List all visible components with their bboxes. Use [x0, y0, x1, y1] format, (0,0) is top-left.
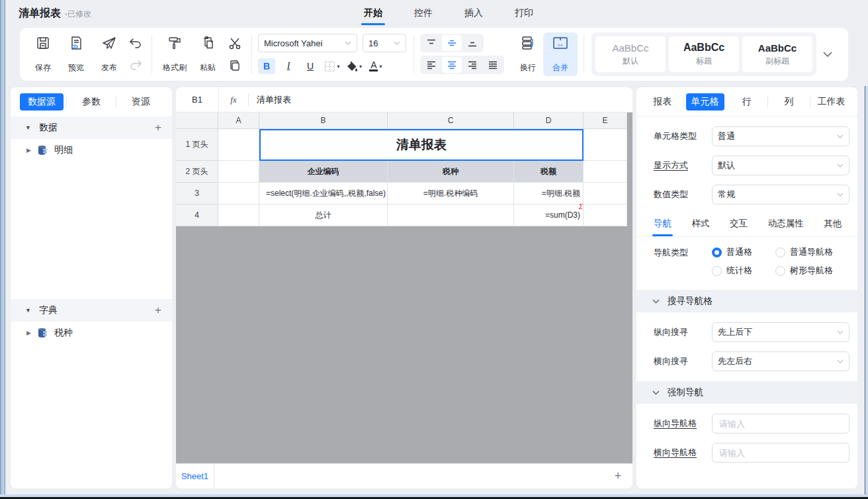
style-preset-title[interactable]: AaBbCc 标题	[669, 36, 739, 72]
radio-normal-cell[interactable]: 普通格	[712, 246, 775, 258]
column-header-a[interactable]: A	[218, 113, 259, 129]
cell-e1[interactable]	[584, 129, 627, 161]
menu-tab-controls[interactable]: 控件	[413, 7, 434, 19]
save-button[interactable]: 保存	[26, 32, 60, 76]
inspector-tab-cell[interactable]: 单元格	[684, 93, 726, 111]
menu-tab-insert[interactable]: 插入	[463, 7, 484, 19]
radio-tree-nav-cell[interactable]: 树形导航格	[775, 265, 833, 277]
number-type-select[interactable]: 常规	[712, 185, 849, 204]
grid-canvas[interactable]: A B C D E 1 页头 清单报表 2 页头 企业编码 税种 税额	[176, 113, 632, 463]
cell-a1[interactable]	[218, 129, 259, 161]
cell-e2[interactable]	[584, 161, 627, 183]
inspector-tab-worksheet[interactable]: 工作表	[810, 96, 852, 108]
column-header-c[interactable]: C	[388, 113, 514, 129]
cell-b3[interactable]: =select(明细.企业编码,,税额,false) ↓	[259, 183, 388, 204]
horizontal-search-select[interactable]: 先左后右	[712, 351, 849, 371]
inspector-tab-row[interactable]: 行	[726, 96, 767, 108]
cell-e4[interactable]	[584, 204, 627, 226]
row-header-4[interactable]: 4	[176, 204, 218, 226]
chevron-down-icon	[823, 52, 832, 57]
font-color-button[interactable]: A ▾	[367, 58, 384, 74]
row-header-1[interactable]: 1 页头	[176, 129, 218, 161]
radio-stat-cell[interactable]: 统计格	[712, 265, 775, 277]
subtab-dynamic-props[interactable]: 动态属性	[768, 218, 804, 230]
style-gallery-expand-button[interactable]	[816, 32, 839, 76]
cell-c2[interactable]: 税种	[388, 161, 514, 183]
radio-normal-nav-cell[interactable]: 普通导航格	[775, 246, 833, 258]
cut-icon[interactable]	[228, 37, 241, 50]
column-header-e[interactable]: E	[584, 113, 627, 129]
underline-button[interactable]: U	[302, 58, 319, 74]
cell-a4[interactable]	[218, 204, 259, 226]
tree-item-detail[interactable]: ▶ 明细	[11, 139, 172, 161]
cell-a2[interactable]	[218, 161, 259, 183]
data-section-header[interactable]: ▼ 数据 +	[11, 116, 172, 139]
cell-e3[interactable]	[584, 183, 627, 204]
undo-icon[interactable]	[129, 38, 142, 49]
search-nav-section-header[interactable]: 搜寻导航格	[636, 290, 857, 312]
dict-section-header[interactable]: ▼ 字典 +	[11, 299, 172, 322]
font-family-select[interactable]: Microsoft Yahei	[258, 34, 357, 52]
row-header-3[interactable]: 3	[176, 183, 218, 204]
valign-bottom-button[interactable]	[462, 35, 482, 51]
publish-button[interactable]: 发布	[93, 32, 126, 76]
halign-center-button[interactable]	[442, 57, 462, 73]
tree-item-taxtype[interactable]: ▶ 税种	[11, 322, 172, 344]
bold-button[interactable]: B	[258, 58, 275, 74]
cell-d4[interactable]: =sum(D3) Σ	[514, 204, 584, 226]
style-preset-default[interactable]: AaBbCc 默认	[595, 36, 666, 72]
display-mode-select[interactable]: 默认	[712, 156, 849, 175]
paste-button[interactable]: 粘贴	[191, 32, 224, 76]
valign-middle-button[interactable]	[442, 35, 462, 51]
subtab-navigation[interactable]: 导航	[654, 218, 672, 230]
cell-d3[interactable]: =明细.税额	[514, 183, 584, 204]
format-painter-button[interactable]: 格式刷	[158, 32, 191, 76]
halign-left-button[interactable]	[421, 57, 441, 73]
merge-cells-button[interactable]: ↔ 合并	[543, 32, 578, 76]
borders-button[interactable]: ▾	[324, 58, 341, 74]
add-datasource-button[interactable]: +	[155, 121, 161, 134]
fx-icon[interactable]: fx	[219, 95, 248, 105]
add-dict-button[interactable]: +	[155, 304, 161, 317]
sheet-tab-sheet1[interactable]: Sheet1	[176, 464, 214, 488]
cell-d2[interactable]: 税额	[514, 161, 584, 183]
subtab-interaction[interactable]: 交互	[730, 218, 748, 230]
cell-reference[interactable]: B1	[176, 95, 218, 105]
sidebar-tab-datasource[interactable]: 数据源	[17, 93, 66, 111]
vertical-nav-cell-input[interactable]	[712, 414, 849, 433]
force-nav-section-header[interactable]: 强制导航	[636, 381, 857, 404]
style-preset-subtitle[interactable]: AaBbCc 副标题	[742, 36, 812, 72]
cell-type-select[interactable]: 普通	[712, 126, 849, 146]
preview-button[interactable]: 预览	[60, 32, 93, 76]
inspector-tab-column[interactable]: 列	[768, 96, 810, 108]
halign-justify-button[interactable]	[483, 57, 503, 73]
sidebar-tab-resources[interactable]: 资源	[116, 96, 165, 108]
horizontal-nav-cell-input[interactable]	[712, 443, 849, 463]
cell-c4[interactable]	[388, 204, 514, 226]
copy-icon[interactable]	[229, 60, 241, 71]
subtab-other[interactable]: 其他	[824, 218, 842, 230]
fill-color-button[interactable]: ▾	[345, 58, 363, 74]
column-header-d[interactable]: D	[514, 113, 584, 129]
valign-top-button[interactable]	[421, 35, 441, 51]
menu-tab-print[interactable]: 打印	[513, 7, 535, 19]
sidebar-tab-params[interactable]: 参数	[67, 96, 116, 108]
wrap-text-button[interactable]: 换行	[513, 32, 543, 76]
menu-tab-start[interactable]: 开始	[363, 7, 384, 19]
grid-corner[interactable]	[176, 113, 218, 129]
subtab-style[interactable]: 样式	[692, 218, 710, 230]
cell-c3[interactable]: =明细.税种编码	[388, 183, 514, 204]
font-size-select[interactable]: 16	[363, 34, 406, 52]
cell-b1-merged-selected[interactable]: 清单报表	[259, 129, 584, 161]
column-header-b[interactable]: B	[259, 113, 388, 129]
cell-b2[interactable]: 企业编码	[259, 161, 388, 183]
inspector-tab-report[interactable]: 报表	[642, 96, 683, 108]
add-sheet-button[interactable]: +	[603, 469, 632, 483]
cell-b4[interactable]: 总计	[259, 204, 388, 226]
formula-input[interactable]: 清单报表	[249, 94, 632, 106]
cell-a3[interactable]	[218, 183, 259, 204]
halign-right-button[interactable]	[462, 57, 482, 73]
vertical-search-select[interactable]: 先上后下	[712, 322, 849, 342]
row-header-2[interactable]: 2 页头	[176, 161, 218, 183]
italic-button[interactable]: I	[280, 58, 297, 74]
